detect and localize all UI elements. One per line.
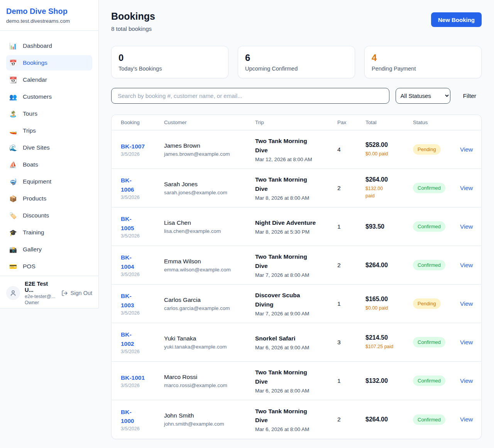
filter-button[interactable]: Filter <box>463 93 476 99</box>
bookings-table: Booking Customer Trip Pax Total Status B… <box>111 115 482 439</box>
pax-count: 1 <box>337 377 365 384</box>
trip-name: Night Dive Adventure <box>255 218 333 227</box>
sidebar-nav: 📊 Dashboard 📅 Bookings 📆 Calendar 👥 Cust… <box>0 31 98 276</box>
sign-out-icon <box>61 290 68 296</box>
trip-datetime: Mar 8, 2026 at 5:30 PM <box>255 229 333 235</box>
sidebar-item-pos[interactable]: 💳 POS <box>6 259 92 274</box>
sidebar-item-dive-sites[interactable]: 🌊 Dive Sites <box>6 140 92 155</box>
stat-label: Upcoming Confirmed <box>245 66 348 72</box>
user-icon <box>10 290 17 296</box>
status-badge: Confirmed <box>413 260 445 270</box>
main-content: Bookings 8 total bookings New Booking 0 … <box>99 0 494 448</box>
booking-date: 3/5/2026 <box>121 272 160 277</box>
customer-email: yuki.tanaka@example.com <box>164 344 251 350</box>
status-badge: Confirmed <box>413 414 445 425</box>
boats-icon: ⛵ <box>9 161 17 168</box>
customer-name: John Smith <box>164 412 251 419</box>
sign-out-button[interactable]: Sign Out <box>61 290 92 296</box>
view-link[interactable]: View <box>460 146 473 153</box>
sidebar: Demo Dive Shop demo.test.divestreams.com… <box>0 0 99 308</box>
customer-name: Sarah Jones <box>164 181 251 188</box>
table-row: BK- 1003 3/5/2026 Carlos Garcia carlos.g… <box>112 285 481 323</box>
total-amount: $264.00 <box>365 416 409 423</box>
table-row: BK- 1004 3/5/2026 Emma Wilson emma.wilso… <box>112 246 481 285</box>
sidebar-item-customers[interactable]: 👥 Customers <box>6 89 92 104</box>
customer-name: Marco Rossi <box>164 374 251 381</box>
sidebar-item-boats[interactable]: ⛵ Boats <box>6 157 92 172</box>
booking-id-link[interactable]: BK- 1004 <box>121 253 134 271</box>
paid-amount: $107.25 paid <box>365 343 409 350</box>
status-filter-select[interactable]: All Statuses <box>396 88 450 104</box>
booking-id-link[interactable]: BK- 1005 <box>121 214 134 232</box>
booking-date: 3/5/2026 <box>121 426 160 431</box>
booking-id-link[interactable]: BK- 1000 <box>121 408 134 426</box>
sidebar-item-trips[interactable]: 🚤 Trips <box>6 123 92 138</box>
stats-row: 0 Today's Bookings 6 Upcoming Confirmed … <box>111 46 482 78</box>
column-header-pax: Pax <box>337 120 365 125</box>
new-booking-button[interactable]: New Booking <box>431 12 482 27</box>
user-role: Owner <box>25 300 57 305</box>
pax-count: 3 <box>337 339 365 346</box>
paid-amount: $0.00 paid <box>365 150 409 158</box>
view-link[interactable]: View <box>460 185 473 191</box>
sidebar-user-footer: E2E Test U... e2e-tester@... Owner Sign … <box>0 276 98 310</box>
status-badge: Pending <box>413 298 441 309</box>
sidebar-item-bookings[interactable]: 📅 Bookings <box>6 55 92 71</box>
sidebar-item-discounts[interactable]: 🏷️ Discounts <box>6 208 92 223</box>
status-badge: Confirmed <box>413 221 445 232</box>
user-email: e2e-tester@... <box>25 294 57 299</box>
sidebar-item-dashboard[interactable]: 📊 Dashboard <box>6 38 92 54</box>
stat-label: Today's Bookings <box>118 66 221 72</box>
trip-datetime: Mar 6, 2026 at 8:00 AM <box>255 388 333 394</box>
sidebar-item-gallery[interactable]: 📸 Gallery <box>6 242 92 257</box>
customer-email: carlos.garcia@example.com <box>164 305 251 311</box>
view-link[interactable]: View <box>460 223 473 230</box>
total-amount: $132.00 <box>365 377 409 384</box>
sidebar-header: Demo Dive Shop demo.test.divestreams.com <box>0 0 98 31</box>
pos-icon: 💳 <box>9 263 17 270</box>
booking-id-link[interactable]: BK- 1002 <box>121 330 134 348</box>
sidebar-item-training[interactable]: 🎓 Training <box>6 225 92 240</box>
trips-icon: 🚤 <box>9 127 17 135</box>
shop-name: Demo Dive Shop <box>6 7 92 16</box>
booking-id-link[interactable]: BK-1007 <box>121 142 145 151</box>
page-header: Bookings 8 total bookings New Booking <box>111 11 482 32</box>
booking-id-link[interactable]: BK-1001 <box>121 373 145 382</box>
view-link[interactable]: View <box>460 300 473 307</box>
products-icon: 📦 <box>9 195 17 202</box>
booking-id-link[interactable]: BK- 1006 <box>121 176 134 194</box>
trip-name: Snorkel Safari <box>255 334 333 343</box>
filters-row: All Statuses Filter <box>111 88 482 104</box>
customer-email: lisa.chen@example.com <box>164 228 251 234</box>
sidebar-item-calendar[interactable]: 📆 Calendar <box>6 72 92 88</box>
column-header-total: Total <box>365 120 413 125</box>
customer-email: marco.rossi@example.com <box>164 382 251 388</box>
status-badge: Confirmed <box>413 183 445 193</box>
paid-amount: $132.00 paid <box>365 185 409 200</box>
sidebar-item-equipment[interactable]: 🤿 Equipment <box>6 174 92 189</box>
pax-count: 4 <box>337 146 365 153</box>
column-header-trip: Trip <box>255 120 337 125</box>
view-link[interactable]: View <box>460 339 473 345</box>
page-subtitle: 8 total bookings <box>111 25 155 32</box>
column-header-status: Status <box>413 120 460 125</box>
view-link[interactable]: View <box>460 262 473 268</box>
bookings-icon: 📅 <box>9 59 17 67</box>
booking-id-link[interactable]: BK- 1003 <box>121 291 134 310</box>
search-input[interactable] <box>111 88 389 104</box>
customer-email: emma.wilson@example.com <box>164 267 251 273</box>
customers-icon: 👥 <box>9 93 17 101</box>
view-link[interactable]: View <box>460 377 473 384</box>
table-header: Booking Customer Trip Pax Total Status <box>112 115 481 130</box>
table-row: BK- 1000 3/5/2026 John Smith john.smith@… <box>112 400 481 439</box>
status-badge: Confirmed <box>413 376 445 386</box>
pax-count: 2 <box>337 185 365 192</box>
customer-name: Carlos Garcia <box>164 296 251 303</box>
customer-name: James Brown <box>164 142 251 149</box>
sidebar-item-products[interactable]: 📦 Products <box>6 191 92 206</box>
sidebar-item-tours[interactable]: 🏝️ Tours <box>6 106 92 121</box>
view-link[interactable]: View <box>460 416 473 423</box>
table-row: BK-1001 3/5/2026 Marco Rossi marco.rossi… <box>112 362 481 400</box>
table-row: BK- 1002 3/5/2026 Yuki Tanaka yuki.tanak… <box>112 323 481 362</box>
booking-date: 3/5/2026 <box>121 383 160 388</box>
